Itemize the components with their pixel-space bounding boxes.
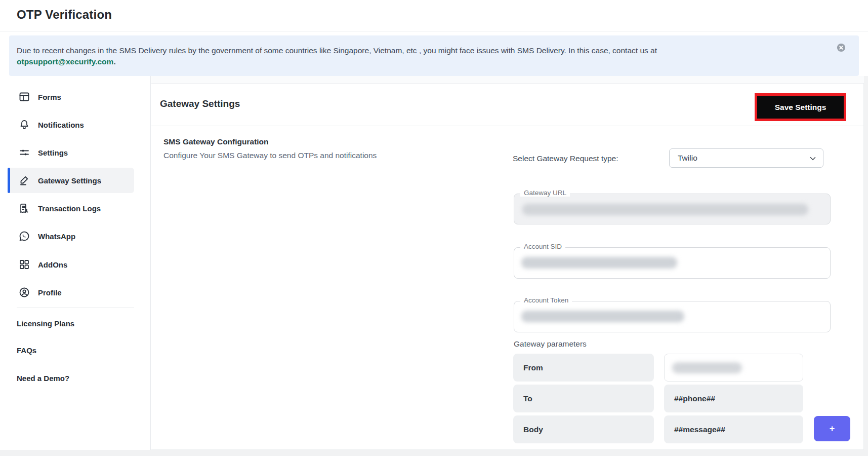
sidebar-item-profile[interactable]: Profile [8,280,134,305]
sidebar-item-label: Forms [38,93,61,101]
param-key-body[interactable]: Body [513,415,654,443]
scrollbar-track[interactable] [864,76,868,450]
section-description: Configure Your SMS Gateway to send OTPs … [163,151,377,160]
param-key-from[interactable]: From [513,354,654,382]
account-sid-label: Account SID [520,243,565,250]
param-value-from[interactable] [664,354,803,382]
sidebar-link-licensing-plans[interactable]: Licensing Plans [17,319,74,328]
gateway-type-label: Select Gateway Request type: [513,154,634,163]
param-value-text: ##message## [674,425,725,434]
page-title: OTP Verification [17,8,112,22]
sidebar-item-label: Profile [38,288,62,297]
banner-message-suffix: . [113,57,115,66]
main-content: Gateway Settings Save Settings SMS Gatew… [151,76,868,450]
sidebar-item-settings[interactable]: Settings [8,140,134,165]
banner-close-button[interactable] [837,43,846,52]
param-key-text: From [523,363,543,372]
sms-delivery-notice-banner: Due to recent changes in the SMS Deliver… [9,35,859,76]
account-sid-field[interactable]: Account SID [514,247,831,279]
gateway-type-selected-value: Twilio [678,154,697,163]
add-parameter-button[interactable]: + [814,416,850,441]
gateway-url-field[interactable]: Gateway URL [514,194,831,224]
user-circle-icon [18,286,30,298]
sidebar-item-label: Settings [38,148,68,157]
sidebar-link-faqs[interactable]: FAQs [17,346,36,355]
param-value-text: ##phone## [674,394,715,403]
sidebar-divider [17,308,134,308]
redacted-value [522,204,808,215]
param-key-text: To [523,394,532,403]
account-token-field[interactable]: Account Token [514,301,831,332]
support-email-link[interactable]: otpsupport@xecurify.com [17,57,113,66]
sidebar-item-forms[interactable]: Forms [8,84,134,109]
banner-message: Due to recent changes in the SMS Deliver… [17,46,657,55]
pen-icon [18,174,30,186]
sidebar-item-gateway-settings[interactable]: Gateway Settings [8,168,134,193]
forms-icon [18,91,30,103]
sidebar-item-transaction-logs[interactable]: Transaction Logs [8,196,134,221]
param-key-text: Body [523,425,543,434]
sidebar-item-addons[interactable]: AddOns [8,252,134,277]
save-settings-button[interactable]: Save Settings [757,96,844,119]
sidebar-item-label: AddOns [38,260,67,269]
sliders-icon [18,146,30,159]
sidebar-item-notifications[interactable]: Notifications [8,112,134,137]
redacted-value [521,257,677,269]
card-header: Gateway Settings Save Settings [151,84,863,126]
sidebar-item-whatsapp[interactable]: WhatsApp [8,223,134,249]
gateway-parameters-label: Gateway parameters [514,339,587,349]
param-value-body[interactable]: ##message## [664,415,803,443]
section-heading: SMS Gateway Configuration [163,137,269,146]
save-settings-highlight-frame: Save Settings [755,93,846,121]
bell-icon [18,119,30,131]
top-header: OTP Verification [0,0,868,31]
param-key-to[interactable]: To [513,385,654,412]
sidebar-item-label: Transaction Logs [38,204,101,213]
bottom-edge-strip [0,450,868,456]
circle-x-icon [837,43,846,52]
sidebar-item-label: Gateway Settings [38,176,101,185]
chevron-down-icon [808,154,817,163]
account-token-label: Account Token [520,296,572,304]
screen: OTP Verification Due to recent changes i… [0,0,868,456]
gateway-settings-card: Gateway Settings Save Settings SMS Gatew… [151,83,864,450]
param-value-to[interactable]: ##phone## [664,385,803,412]
sidebar-item-label: Notifications [38,121,84,129]
gateway-type-select[interactable]: Twilio [669,148,823,168]
receipt-icon [18,202,30,214]
whatsapp-icon [18,230,30,242]
gateway-url-label: Gateway URL [520,189,570,197]
sidebar: Forms Notifications Settings Gateway Set… [0,76,151,450]
redacted-value [521,311,684,322]
sidebar-link-need-a-demo[interactable]: Need a Demo? [17,374,69,383]
redacted-value [672,362,742,373]
sidebar-item-label: WhatsApp [38,232,75,241]
grid-icon [18,258,30,271]
card-title: Gateway Settings [160,98,240,109]
